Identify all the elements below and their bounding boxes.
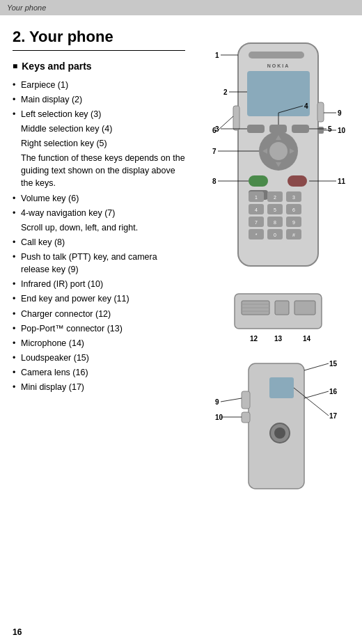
svg-point-11: [269, 142, 288, 160]
indent-item: Right selection key (5): [13, 136, 185, 151]
svg-text:16: 16: [329, 388, 338, 395]
svg-rect-16: [249, 175, 268, 187]
chapter-title: 2. Your phone: [13, 28, 185, 51]
svg-line-54: [218, 116, 233, 130]
section-heading: Keys and parts: [13, 61, 185, 72]
svg-text:*: *: [255, 233, 258, 237]
svg-text:11: 11: [338, 178, 346, 185]
svg-rect-77: [269, 377, 294, 398]
svg-text:3: 3: [292, 195, 295, 200]
svg-text:5: 5: [274, 207, 276, 212]
list-item: Push to talk (PTT) key, and camera relea…: [13, 250, 185, 277]
svg-text:5: 5: [328, 125, 332, 133]
svg-text:#: #: [292, 233, 295, 237]
svg-text:9: 9: [338, 109, 342, 117]
list-item: Earpiece (1): [13, 77, 185, 92]
list-item: Pop-Port™ connector (13): [13, 321, 185, 336]
svg-text:9: 9: [292, 220, 295, 225]
svg-text:8: 8: [212, 178, 217, 185]
svg-text:6: 6: [212, 127, 217, 134]
items-list: Earpiece (1) Main display (2) Left selec…: [13, 77, 185, 121]
svg-rect-68: [275, 301, 289, 315]
indent-item: The function of these keys depends on th…: [13, 151, 185, 191]
page-number: 16: [13, 627, 22, 637]
list-item: Camera lens (16): [13, 366, 185, 380]
list-item: Left selection key (3): [13, 107, 185, 121]
svg-text:17: 17: [329, 412, 338, 420]
svg-line-82: [304, 363, 329, 370]
svg-text:7: 7: [255, 220, 258, 225]
svg-text:1: 1: [255, 195, 258, 200]
svg-text:10: 10: [338, 127, 346, 134]
list-item: 4-way navigation key (7): [13, 205, 185, 220]
right-panel: NOKIA: [195, 15, 362, 644]
svg-text:6: 6: [292, 207, 295, 212]
svg-text:14: 14: [303, 335, 311, 343]
left-panel: 2. Your phone Keys and parts Earpiece (1…: [0, 15, 195, 644]
svg-text:12: 12: [250, 335, 258, 343]
svg-text:1: 1: [215, 52, 219, 59]
svg-text:NOKIA: NOKIA: [267, 63, 290, 68]
phone-diagram-svg: NOKIA: [200, 22, 353, 644]
items-list: Call key (8) Push to talk (PTT) key, and…: [13, 235, 185, 394]
svg-rect-7: [247, 125, 265, 133]
svg-rect-17: [288, 175, 307, 187]
svg-rect-69: [294, 301, 315, 315]
list-item: Call key (8): [13, 235, 185, 249]
indent-item: Scroll up, down, left, and right.: [13, 220, 185, 235]
svg-text:13: 13: [274, 335, 283, 343]
list-item: Mini display (17): [13, 380, 185, 395]
indent-item: Middle selection key (4): [13, 121, 185, 136]
svg-rect-80: [242, 391, 250, 409]
svg-text:9: 9: [215, 398, 219, 406]
svg-text:2: 2: [223, 88, 228, 96]
svg-rect-81: [242, 412, 250, 423]
list-item: End key and power key (11): [13, 292, 185, 306]
list-item: Infrared (IR) port (10): [13, 277, 185, 292]
list-item: Volume key (6): [13, 191, 185, 205]
svg-text:4: 4: [304, 102, 308, 110]
list-item: Loudspeaker (15): [13, 350, 185, 365]
svg-rect-6: [317, 127, 324, 134]
list-item: Main display (2): [13, 92, 185, 107]
svg-rect-4: [233, 106, 239, 130]
svg-text:4: 4: [255, 207, 258, 212]
svg-text:0: 0: [274, 233, 276, 237]
chapter-header-text: Your phone: [7, 3, 46, 12]
list-item: Microphone (14): [13, 336, 185, 350]
svg-text:8: 8: [274, 220, 276, 225]
section-heading-text: Keys and parts: [22, 61, 91, 72]
svg-text:10: 10: [215, 414, 223, 421]
svg-text:2: 2: [274, 195, 276, 200]
svg-text:15: 15: [329, 360, 338, 368]
svg-line-86: [221, 398, 242, 402]
svg-rect-3: [247, 71, 310, 116]
svg-line-84: [304, 391, 329, 398]
svg-rect-9: [292, 125, 309, 133]
svg-text:7: 7: [212, 148, 217, 155]
svg-rect-1: [249, 52, 304, 58]
svg-rect-5: [317, 102, 324, 122]
svg-point-79: [274, 427, 285, 439]
items-list: Volume key (6) 4-way navigation key (7): [13, 191, 185, 220]
chapter-header: Your phone: [0, 0, 362, 15]
list-item: Charger connector (12): [13, 306, 185, 321]
